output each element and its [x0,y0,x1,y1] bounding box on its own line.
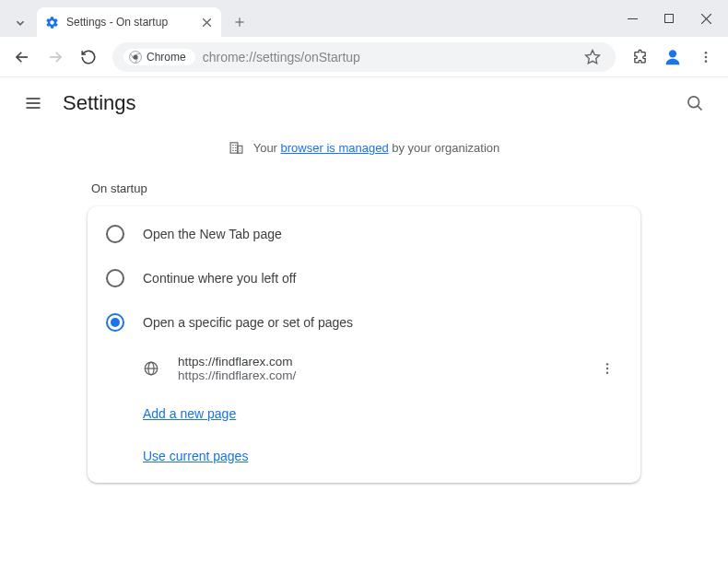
profile-avatar[interactable] [658,42,687,72]
option-label: Open the New Tab page [143,227,282,241]
radio-icon [106,313,124,332]
page-actions-menu[interactable] [593,354,622,383]
search-tabs-button[interactable] [7,9,33,37]
building-icon [229,140,244,156]
toolbar: Chrome chrome://settings/onStartup [0,37,728,77]
address-bar[interactable]: Chrome chrome://settings/onStartup [112,42,616,72]
option-label: Continue where you left off [143,271,296,286]
use-current-row: Use current pages [88,435,640,477]
option-label: Open a specific page or set of pages [143,315,353,330]
svg-point-15 [705,55,708,58]
add-page-row: Add a new page [88,392,640,435]
settings-header: Settings [0,77,728,129]
chrome-logo-icon [129,51,142,64]
search-settings-button[interactable] [676,85,713,122]
svg-rect-23 [238,146,242,153]
option-specific-pages[interactable]: Open a specific page or set of pages [88,300,640,345]
window-controls [614,0,728,37]
svg-point-14 [705,52,708,54]
svg-point-20 [688,97,699,108]
svg-point-35 [606,363,608,365]
tab-settings[interactable]: Settings - On startup [37,7,221,37]
radio-icon [106,225,124,243]
radio-icon [106,269,124,287]
managed-banner: Your browser is managed by your organiza… [0,129,728,167]
add-new-page-link[interactable]: Add a new page [143,406,236,421]
globe-icon [143,360,159,377]
menu-icon[interactable] [691,42,721,72]
page-name: https://findflarex.com [178,355,593,369]
svg-marker-12 [586,50,600,63]
maximize-button[interactable] [651,3,687,34]
bookmark-star-icon[interactable] [581,49,605,65]
tab-strip: Settings - On startup [0,7,614,37]
startup-page-row: https://findflarex.com https://findflare… [88,345,640,392]
back-button[interactable] [7,42,37,72]
hamburger-menu-button[interactable] [15,85,52,122]
page-url: https://findflarex.com/ [178,369,593,382]
use-current-pages-link[interactable]: Use current pages [143,449,248,463]
section-title: On startup [88,167,640,206]
on-startup-section: On startup Open the New Tab page Continu… [51,167,677,483]
chip-label: Chrome [147,51,186,64]
extensions-icon[interactable] [625,42,654,72]
option-continue[interactable]: Continue where you left off [88,256,640,300]
option-new-tab[interactable]: Open the New Tab page [88,212,640,256]
svg-point-13 [669,50,676,57]
url-text: chrome://settings/onStartup [203,50,581,64]
minimize-button[interactable] [614,3,651,34]
startup-options-card: Open the New Tab page Continue where you… [88,206,640,483]
svg-line-21 [698,106,702,111]
svg-rect-5 [664,14,673,22]
managed-text: Your browser is managed by your organiza… [253,141,500,155]
close-window-button[interactable] [687,3,724,34]
svg-point-16 [705,60,708,63]
gear-icon [44,15,59,29]
reload-button[interactable] [74,42,103,72]
managed-link[interactable]: browser is managed [281,141,389,155]
tab-title: Settings - On startup [66,16,199,29]
svg-rect-22 [230,143,238,153]
site-chip[interactable]: Chrome [123,49,195,65]
new-tab-button[interactable] [227,9,252,35]
svg-point-37 [606,371,608,373]
titlebar: Settings - On startup [0,0,728,37]
svg-point-36 [606,368,608,369]
page-info: https://findflarex.com https://findflare… [178,355,593,382]
page-title: Settings [63,91,676,115]
close-icon[interactable] [199,15,214,29]
forward-button[interactable] [41,42,70,72]
